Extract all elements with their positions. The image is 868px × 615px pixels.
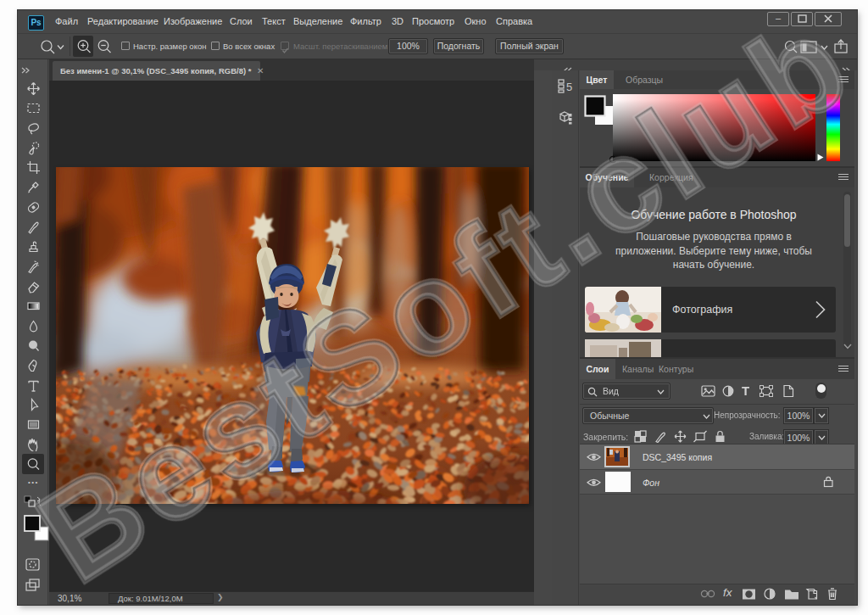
svg-text:BestSoft.club: BestSoft.club <box>18 10 857 605</box>
